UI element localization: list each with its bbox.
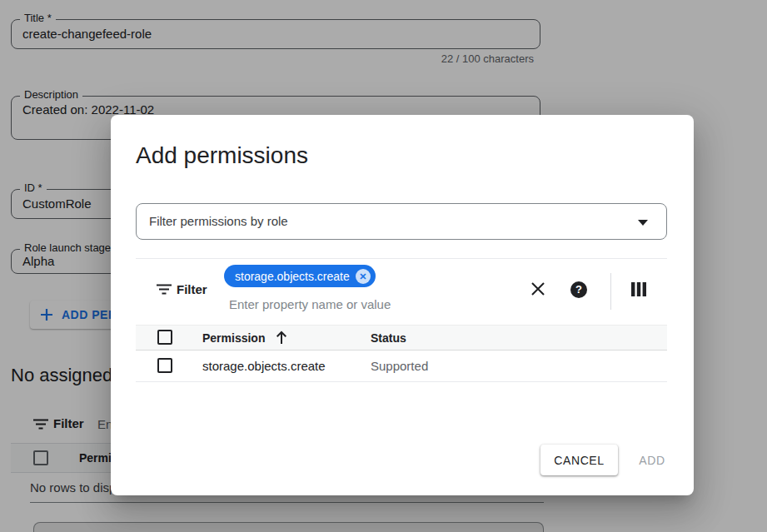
column-header-permission[interactable]: Permission	[202, 331, 265, 345]
role-filter-dropdown[interactable]: Filter permissions by role	[136, 203, 667, 240]
cell-permission: storage.objects.create	[202, 359, 326, 373]
column-display-options-button[interactable]	[631, 282, 646, 296]
role-filter-dropdown-placeholder: Filter permissions by role	[149, 204, 288, 239]
help-icon: ?	[570, 281, 587, 298]
add-button[interactable]: ADD	[625, 445, 679, 475]
columns-icon	[631, 282, 646, 296]
dialog-title: Add permissions	[136, 142, 308, 169]
column-header-status[interactable]: Status	[371, 331, 406, 345]
clear-filters-button[interactable]	[530, 281, 545, 296]
table-row[interactable]: storage.objects.create Supported	[136, 351, 667, 382]
filter-chip[interactable]: storage.objects.create ✕	[224, 265, 376, 287]
sort-ascending-icon[interactable]	[275, 331, 288, 345]
permissions-table-header: Permission Status	[136, 325, 667, 351]
add-permissions-dialog: Add permissions Filter permissions by ro…	[111, 115, 694, 495]
filter-icon	[157, 284, 172, 295]
filter-label: Filter	[177, 282, 207, 296]
toolbar-top-divider	[136, 258, 667, 259]
select-all-checkbox[interactable]	[157, 330, 172, 345]
clear-icon	[530, 281, 545, 296]
row-checkbox[interactable]	[157, 358, 172, 373]
cancel-button[interactable]: CANCEL	[540, 445, 618, 475]
dropdown-arrow-icon	[638, 220, 648, 226]
chip-remove-icon[interactable]: ✕	[356, 269, 371, 284]
help-button[interactable]: ?	[570, 281, 587, 298]
toolbar-divider	[610, 273, 611, 310]
filter-input-placeholder[interactable]: Enter property name or value	[229, 297, 391, 311]
cell-status: Supported	[371, 359, 428, 373]
filter-chip-label: storage.objects.create	[235, 270, 350, 283]
